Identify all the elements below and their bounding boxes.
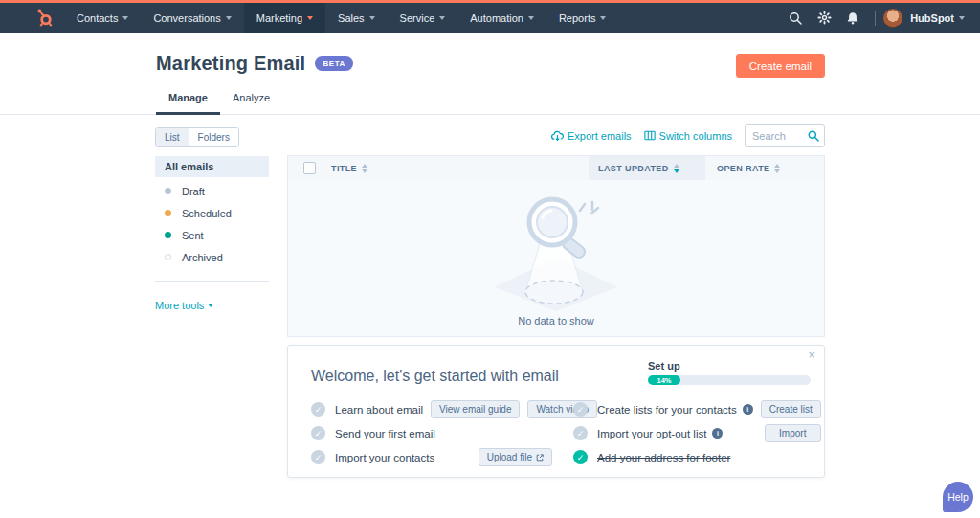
sort-arrows-icon[interactable]	[362, 164, 368, 173]
column-header-title[interactable]: TITLE	[331, 156, 589, 180]
toggle-list-button[interactable]: List	[156, 128, 189, 146]
help-button[interactable]: Help	[943, 482, 973, 512]
columns-icon	[644, 130, 656, 141]
nav-item-label: Automation	[470, 12, 523, 24]
hubspot-logo-icon[interactable]	[33, 7, 55, 29]
nav-item-reports[interactable]: Reports	[546, 3, 619, 33]
marketing-email-page: Contacts Conversations Marketing Sales S…	[0, 0, 980, 518]
info-icon[interactable]: i	[743, 404, 753, 415]
nav-item-marketing[interactable]: Marketing	[244, 3, 325, 33]
emails-table: TITLE LAST UPDATED OPEN RATE	[287, 155, 825, 337]
primary-nav: Contacts Conversations Marketing Sales S…	[64, 3, 618, 33]
nav-item-automation[interactable]: Automation	[457, 3, 546, 33]
switch-columns-link[interactable]: Switch columns	[644, 130, 732, 142]
select-all-checkbox[interactable]	[303, 162, 316, 174]
filter-label: Scheduled	[182, 208, 232, 219]
chevron-down-icon	[122, 16, 128, 20]
task-create-lists: ✓ Create lists for your contacts i Creat…	[573, 397, 821, 421]
onboarding-tasks: ✓ Learn about email View email guide Wat…	[288, 385, 824, 469]
nav-item-sales[interactable]: Sales	[325, 3, 388, 33]
filter-label: Archived	[182, 252, 223, 263]
export-emails-label: Export emails	[568, 130, 632, 142]
sidebar-divider	[155, 281, 269, 282]
page-title: Marketing Email	[156, 53, 305, 75]
view-email-guide-button[interactable]: View email guide	[431, 400, 520, 418]
column-header-last-updated[interactable]: LAST UPDATED	[589, 156, 705, 180]
import-button[interactable]: Import	[765, 424, 821, 442]
close-icon[interactable]: ×	[808, 348, 815, 362]
nav-item-contacts[interactable]: Contacts	[64, 3, 141, 33]
tab-analyze[interactable]: Analyze	[220, 92, 282, 115]
sort-arrows-icon[interactable]	[674, 164, 679, 173]
user-avatar[interactable]	[883, 9, 902, 28]
column-header-open-rate[interactable]: OPEN RATE	[705, 156, 824, 180]
sidebar-item-scheduled[interactable]: Scheduled	[155, 202, 269, 224]
task-check-icon: ✓	[573, 402, 588, 417]
export-emails-link[interactable]: Export emails	[551, 130, 632, 142]
email-search-box	[745, 124, 825, 147]
chevron-down-icon	[307, 16, 313, 20]
search-icon[interactable]	[781, 3, 810, 33]
welcome-heading: Welcome, let's get started with email	[311, 368, 648, 385]
switch-columns-label: Switch columns	[659, 130, 732, 142]
beta-badge: BETA	[315, 56, 353, 71]
more-tools-link[interactable]: More tools	[155, 300, 269, 311]
create-list-button[interactable]: Create list	[761, 400, 821, 418]
nav-utilities: HubSpot	[781, 3, 980, 33]
upload-file-label: Upload file	[487, 452, 532, 462]
task-label: Create lists for your contacts	[597, 404, 737, 416]
email-filter-sidebar: List Folders All emails Draft Scheduled …	[155, 127, 269, 311]
task-import-contacts: ✓ Import your contacts Upload file	[311, 445, 552, 469]
account-name: HubSpot	[910, 12, 954, 24]
toggle-folders-button[interactable]: Folders	[189, 128, 238, 146]
column-label: LAST UPDATED	[598, 164, 669, 173]
table-header-row: TITLE LAST UPDATED OPEN RATE	[288, 156, 824, 180]
page-tabs: Manage Analyze	[156, 92, 282, 115]
nav-item-label: Conversations	[153, 12, 220, 24]
empty-state-message: No data to show	[518, 315, 594, 327]
empty-state-magnifier-illustration	[485, 191, 627, 313]
task-label: Import your opt-out list	[597, 428, 706, 439]
task-check-done-icon: ✓	[573, 450, 588, 464]
account-menu[interactable]: HubSpot	[910, 12, 965, 24]
column-label: TITLE	[331, 164, 357, 173]
task-check-icon: ✓	[311, 402, 325, 417]
task-check-icon: ✓	[311, 426, 325, 440]
page-header: Marketing Email BETA Create email Manage…	[0, 33, 980, 115]
task-check-icon: ✓	[311, 450, 325, 464]
welcome-onboarding-card: × Welcome, let's get started with email …	[287, 345, 825, 478]
nav-item-label: Sales	[338, 12, 365, 24]
nav-item-conversations[interactable]: Conversations	[141, 3, 243, 33]
table-empty-state: No data to show	[288, 180, 824, 336]
settings-gear-icon[interactable]	[810, 3, 838, 33]
sidebar-item-archived[interactable]: Archived	[155, 246, 269, 268]
task-check-icon: ✓	[573, 426, 588, 440]
notifications-bell-icon[interactable]	[838, 3, 867, 33]
nav-item-label: Contacts	[77, 12, 118, 24]
chevron-down-icon	[226, 16, 232, 20]
task-label: Send your first email	[335, 428, 435, 439]
upload-file-button[interactable]: Upload file	[479, 448, 552, 466]
nav-item-service[interactable]: Service	[388, 3, 458, 33]
filter-label: Draft	[182, 186, 205, 197]
more-tools-label: More tools	[155, 300, 204, 311]
task-import-opt-out: ✓ Import your opt-out list i Import	[573, 421, 821, 445]
info-icon[interactable]: i	[712, 428, 723, 439]
setup-progress: Set up 14%	[648, 360, 811, 385]
task-send-first-email: ✓ Send your first email	[311, 421, 552, 445]
top-nav: Contacts Conversations Marketing Sales S…	[0, 0, 980, 33]
create-email-button[interactable]: Create email	[736, 54, 825, 78]
sort-arrows-icon[interactable]	[774, 164, 780, 173]
sidebar-item-draft[interactable]: Draft	[155, 180, 269, 202]
chevron-down-icon	[439, 16, 445, 20]
table-actions-row: Export emails Switch columns	[287, 123, 825, 148]
setup-label: Set up	[648, 360, 811, 372]
filter-label: Sent	[182, 230, 204, 241]
select-all-cell	[288, 156, 331, 180]
sent-status-dot-icon	[165, 232, 171, 238]
tab-manage[interactable]: Manage	[156, 92, 220, 115]
draft-status-dot-icon	[165, 188, 171, 194]
search-icon[interactable]	[808, 130, 819, 142]
sidebar-item-all-emails[interactable]: All emails	[155, 156, 269, 177]
sidebar-item-sent[interactable]: Sent	[155, 224, 269, 246]
